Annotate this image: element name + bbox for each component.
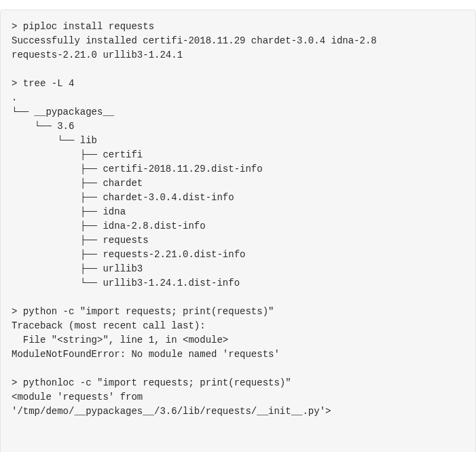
terminal-output: > piploc install requests Successfully i… bbox=[0, 10, 476, 452]
